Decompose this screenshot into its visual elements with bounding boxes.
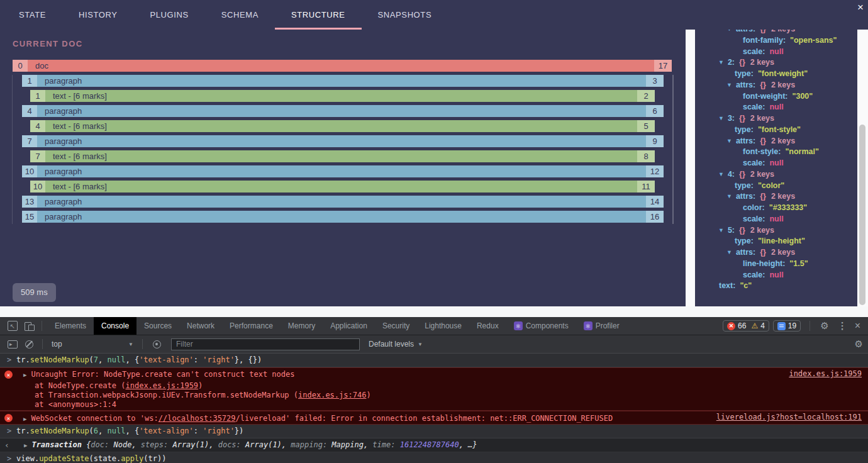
- json-tree-row[interactable]: type:"font-style": [695, 125, 857, 136]
- console-settings-icon[interactable]: ⚙: [855, 338, 863, 350]
- json-tree-row[interactable]: ▼attrs:{}2 keys: [695, 30, 857, 35]
- json-tree-row[interactable]: ▼5:{}2 keys: [695, 225, 857, 237]
- console-result[interactable]: ‹▶Transaction {doc: Node, steps: Array(1…: [0, 438, 868, 452]
- json-tree-row[interactable]: ▼attrs:{}2 keys: [695, 80, 857, 91]
- devtools-tab-lighthouse[interactable]: Lighthouse: [417, 317, 469, 335]
- expand-arrow-icon[interactable]: ▼: [726, 247, 732, 259]
- expand-arrow-icon[interactable]: ▼: [726, 136, 732, 147]
- scrollbar-thumb[interactable]: [859, 125, 865, 305]
- pm-tab-snapshots[interactable]: SNAPSHOTS: [362, 0, 448, 30]
- more-options-icon[interactable]: ⋮: [838, 320, 847, 332]
- expand-arrow-icon[interactable]: ▼: [726, 80, 732, 91]
- devtools-tab-sources[interactable]: Sources: [136, 317, 179, 335]
- separator: [142, 339, 143, 349]
- expand-triangle-icon[interactable]: ▶: [23, 372, 26, 378]
- devtools-close-icon[interactable]: ×: [855, 320, 860, 332]
- expand-arrow-icon[interactable]: ▼: [718, 113, 724, 125]
- issues-badge[interactable]: 19: [773, 320, 801, 332]
- json-tree-row[interactable]: color:"#333333": [695, 203, 857, 214]
- close-icon[interactable]: ×: [856, 1, 865, 14]
- expand-arrow-icon[interactable]: ▼: [726, 191, 732, 203]
- tree-row-paragraph[interactable]: 1paragraph3: [22, 75, 664, 87]
- tree-row-doc[interactable]: 0doc17: [13, 60, 672, 72]
- devtools-tab-memory[interactable]: Memory: [281, 317, 323, 335]
- tree-row-paragraph[interactable]: 13paragraph14: [22, 196, 664, 208]
- console-error-warning-badge[interactable]: ✕ 66 ⚠ 4: [723, 320, 769, 332]
- pm-tab-state[interactable]: STATE: [3, 0, 62, 30]
- devtools-tab-components[interactable]: ⚛Components: [506, 317, 576, 335]
- source-location-link[interactable]: index.es.js:746: [298, 391, 366, 399]
- devtools-tab-elements[interactable]: Elements: [47, 317, 94, 335]
- source-location-link[interactable]: index.es.js:1959: [126, 381, 199, 390]
- pm-tab-plugins[interactable]: PLUGINS: [133, 0, 204, 30]
- json-tree-row[interactable]: font-style:"normal": [695, 147, 857, 158]
- tree-row-paragraph[interactable]: 4paragraph6: [22, 105, 664, 117]
- json-tree-row[interactable]: ▼attrs:{}2 keys: [695, 247, 857, 259]
- json-tree-row[interactable]: type:"font-weight": [695, 69, 857, 80]
- log-levels-select[interactable]: Default levels ▼: [369, 340, 423, 349]
- clear-console-icon[interactable]: [25, 340, 33, 349]
- expand-arrow-icon[interactable]: ▼: [718, 169, 724, 181]
- live-expression-eye-icon[interactable]: [153, 340, 161, 349]
- execution-context-select[interactable]: top ▼: [48, 340, 137, 349]
- json-tree-row[interactable]: ▼4:{}2 keys: [695, 169, 857, 181]
- pm-tab-history[interactable]: HISTORY: [62, 0, 134, 30]
- tree-row-text[interactable]: 10text - [6 marks]11: [30, 181, 655, 192]
- json-tree-row[interactable]: font-weight:"300": [695, 91, 857, 103]
- devtools-tab-profiler[interactable]: ⚛Profiler: [576, 317, 627, 335]
- json-tree-row[interactable]: scale:null: [695, 270, 857, 281]
- expand-arrow-icon[interactable]: ▼: [718, 57, 724, 69]
- console-error[interactable]: ✕▶Uncaught Error: NodeType.create can't …: [0, 367, 868, 411]
- left-scrollbar-track[interactable]: [686, 30, 695, 306]
- tree-scrollbar[interactable]: [672, 75, 674, 224]
- node-label: paragraph: [37, 196, 646, 208]
- expand-triangle-icon[interactable]: ▶: [23, 416, 26, 422]
- tab-label: Application: [330, 321, 367, 330]
- tree-row-text[interactable]: 1text - [6 marks]2: [30, 90, 655, 102]
- inspect-element-icon[interactable]: ↖: [8, 321, 18, 331]
- tree-row-text[interactable]: 4text - [6 marks]5: [30, 120, 655, 132]
- right-scrollbar-track[interactable]: [857, 30, 868, 306]
- json-tree-row[interactable]: type:"color": [695, 181, 857, 192]
- url-link[interactable]: //localhost:35729: [159, 414, 236, 423]
- json-tree-row[interactable]: ▼attrs:{}2 keys: [695, 136, 857, 147]
- node-start-pos: 13: [22, 196, 37, 208]
- devtools-tab-performance[interactable]: Performance: [222, 317, 281, 335]
- json-tree-row[interactable]: scale:null: [695, 214, 857, 225]
- source-file-link[interactable]: index.es.js:1959: [789, 369, 862, 378]
- json-tree-row[interactable]: ▼2:{}2 keys: [695, 57, 857, 69]
- devtools-tab-security[interactable]: Security: [375, 317, 417, 335]
- tree-row-paragraph[interactable]: 15paragraph16: [22, 211, 664, 223]
- json-tree-row[interactable]: type:"line-height": [695, 236, 857, 247]
- console-command[interactable]: >view.updateState(state.apply(tr)): [0, 452, 868, 463]
- json-tree-row[interactable]: scale:null: [695, 158, 857, 169]
- json-tree-row[interactable]: scale:null: [695, 102, 857, 113]
- expand-arrow-icon[interactable]: ▼: [718, 225, 724, 237]
- console-sidebar-icon[interactable]: ▸: [8, 340, 18, 349]
- devtools-tab-console[interactable]: Console: [94, 317, 136, 335]
- tree-row-paragraph[interactable]: 10paragraph12: [22, 165, 664, 177]
- console-command[interactable]: >tr.setNodeMarkup(6, null, {'text-align'…: [0, 425, 868, 438]
- json-tree-row[interactable]: text:"c": [695, 281, 857, 292]
- tree-row-paragraph[interactable]: 7paragraph9: [22, 135, 664, 147]
- json-tree-row[interactable]: line-height:"1.5": [695, 259, 857, 270]
- devtools-tab-network[interactable]: Network: [179, 317, 222, 335]
- devtools-tab-application[interactable]: Application: [323, 317, 375, 335]
- console-command[interactable]: >tr.setNodeMarkup(7, null, {'text-align'…: [0, 354, 868, 367]
- device-toolbar-icon[interactable]: [24, 321, 34, 331]
- expand-triangle-icon[interactable]: ▶: [24, 442, 27, 449]
- expand-arrow-icon[interactable]: ▼: [726, 30, 732, 35]
- pm-tab-structure[interactable]: STRUCTURE: [275, 0, 362, 30]
- json-tree-row[interactable]: ▼3:{}2 keys: [695, 113, 857, 125]
- json-tree-row[interactable]: ▼attrs:{}2 keys: [695, 191, 857, 203]
- settings-gear-icon[interactable]: ⚙: [820, 320, 828, 332]
- pm-tab-schema[interactable]: SCHEMA: [205, 0, 275, 30]
- json-tree-row[interactable]: scale:null: [695, 47, 857, 58]
- code-token: apply: [121, 454, 143, 463]
- json-tree-row[interactable]: font-family:"open-sans": [695, 35, 857, 47]
- source-file-link[interactable]: livereload.js?host=localhost:191: [716, 413, 862, 421]
- tree-row-text[interactable]: 7text - [6 marks]8: [30, 150, 655, 162]
- devtools-tab-redux[interactable]: Redux: [469, 317, 506, 335]
- console-error[interactable]: ✕▶WebSocket connection to 'ws://localhos…: [0, 411, 868, 425]
- console-filter-input[interactable]: Filter: [171, 338, 360, 350]
